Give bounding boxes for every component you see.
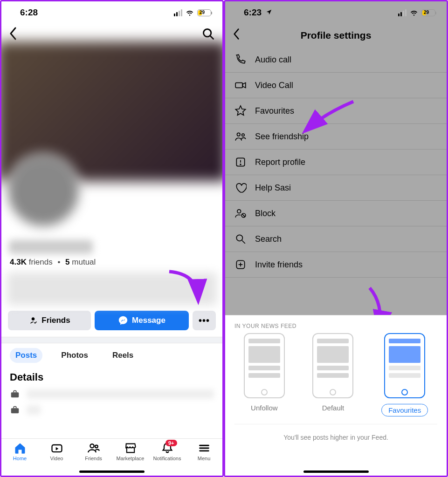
friends-button[interactable]: Friends: [8, 311, 91, 330]
status-time: 6:28: [20, 7, 38, 18]
more-options-button[interactable]: •••: [193, 311, 216, 330]
tab-notifications[interactable]: 9+ Notifications: [151, 442, 184, 461]
back-button[interactable]: [233, 27, 240, 43]
tab-home-label: Home: [13, 456, 27, 461]
people-icon: [234, 130, 247, 143]
cellular-icon: [398, 9, 407, 16]
status-bar: 6:23 29: [225, 1, 447, 24]
heart-icon: [234, 182, 247, 194]
messenger-icon: [118, 315, 128, 326]
ellipsis-icon: •••: [199, 315, 210, 326]
profile-photo[interactable]: [6, 153, 81, 228]
profile-tabs: Posts Photos Reels: [1, 343, 222, 368]
block-icon: [234, 207, 247, 219]
bottom-tab-bar: Home Video Friends Marketplace 9+ Notifi…: [1, 438, 222, 476]
mutual-count: 5: [65, 258, 69, 266]
detail-row-work-1: [1, 386, 222, 402]
status-right: 29: [398, 8, 435, 17]
setting-label: Help Sasi: [255, 183, 291, 193]
tab-video-label: Video: [50, 456, 63, 461]
feed-option-favourites[interactable]: Favourites: [381, 333, 428, 416]
sheet-footer: You'll see posts higher in your Feed.: [234, 424, 437, 441]
settings-list: Audio call Video Call Favourites See fri…: [225, 47, 447, 278]
feed-option-label: Favourites: [381, 404, 428, 416]
search-icon: [234, 233, 247, 245]
report-icon: [234, 156, 247, 168]
tab-menu-label: Menu: [198, 456, 211, 461]
svg-rect-2: [11, 392, 19, 397]
status-right: 29: [174, 8, 211, 17]
tab-home[interactable]: Home: [4, 442, 36, 461]
unfollow-illustration: [244, 333, 285, 398]
cellular-icon: [174, 9, 182, 16]
setting-video-call[interactable]: Video Call: [225, 73, 447, 98]
profile-bio: [7, 273, 217, 305]
setting-label: Audio call: [255, 55, 291, 65]
setting-label: Block: [255, 209, 276, 218]
location-icon: [266, 7, 272, 18]
tab-photos[interactable]: Photos: [55, 348, 94, 363]
svg-line-1: [210, 36, 214, 39]
favourites-illustration: [384, 333, 425, 398]
right-phone-settings: 6:23 29 Profile settings Audio call Vide…: [224, 0, 448, 477]
setting-label: Favourites: [255, 106, 294, 116]
profile-photo-area: [1, 181, 222, 237]
hamburger-icon: [198, 442, 211, 455]
briefcase-icon: [10, 405, 20, 415]
feed-option-label: Default: [322, 404, 345, 412]
settings-header: Profile settings: [225, 24, 447, 47]
back-button[interactable]: [9, 27, 17, 44]
tab-marketplace[interactable]: Marketplace: [114, 442, 147, 461]
svg-point-19: [236, 235, 242, 241]
search-button[interactable]: [202, 27, 215, 42]
star-icon: [234, 105, 247, 117]
left-phone-profile: 6:28 29 4.3K friends • 5 mutual: [0, 0, 224, 477]
tab-notifications-label: Notifications: [153, 456, 181, 461]
detail-text-blur: [27, 405, 41, 415]
setting-label: See friendship: [255, 132, 309, 142]
feed-option-unfollow[interactable]: Unfollow: [244, 333, 285, 416]
profile-action-row: Friends Message •••: [1, 307, 222, 337]
setting-search[interactable]: Search: [225, 226, 447, 252]
news-feed-sheet: IN YOUR NEWS FEED Unfollow Default: [225, 315, 447, 476]
setting-see-friendship[interactable]: See friendship: [225, 124, 447, 150]
notification-badge: 9+: [165, 440, 177, 446]
friends-count: 4.3K: [10, 258, 27, 266]
svg-line-20: [242, 240, 245, 244]
tab-menu[interactable]: Menu: [188, 442, 221, 461]
status-time: 6:23: [244, 7, 262, 17]
setting-label: Invite friends: [255, 260, 303, 270]
tab-posts[interactable]: Posts: [10, 348, 42, 363]
friends-label: friends: [29, 258, 53, 266]
settings-title: Profile settings: [301, 30, 372, 41]
svg-point-11: [237, 133, 240, 136]
message-button[interactable]: Message: [95, 311, 189, 330]
tab-video[interactable]: Video: [41, 442, 73, 461]
battery-icon: 29: [421, 9, 435, 16]
setting-invite-friends[interactable]: Invite friends: [225, 252, 447, 278]
setting-label: Report profile: [255, 157, 305, 167]
friend-stats: 4.3K friends • 5 mutual: [1, 258, 222, 271]
tab-friends-label: Friends: [85, 456, 102, 461]
svg-point-5: [90, 444, 94, 448]
separator-dot: •: [57, 258, 60, 266]
svg-point-16: [237, 210, 241, 213]
detail-row-work-2: [1, 402, 222, 418]
setting-block[interactable]: Block: [225, 201, 447, 226]
tab-reels[interactable]: Reels: [107, 348, 139, 363]
detail-text-blur: [27, 389, 214, 399]
phone-icon: [234, 54, 247, 66]
setting-help[interactable]: Help Sasi: [225, 175, 447, 201]
plus-box-icon: [234, 259, 247, 271]
tab-friends[interactable]: Friends: [77, 442, 110, 461]
home-indicator: [79, 470, 145, 473]
setting-favourites[interactable]: Favourites: [225, 98, 447, 124]
svg-rect-10: [235, 83, 242, 88]
setting-report-profile[interactable]: Report profile: [225, 150, 447, 175]
section-divider: [1, 337, 222, 343]
person-check-icon: [28, 316, 38, 325]
feed-option-default[interactable]: Default: [312, 333, 353, 416]
setting-audio-call[interactable]: Audio call: [225, 47, 447, 73]
battery-icon: 29: [197, 9, 211, 16]
videocam-icon: [234, 79, 247, 91]
